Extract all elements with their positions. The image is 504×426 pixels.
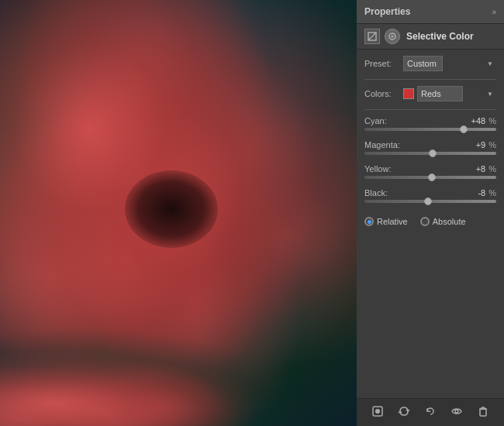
cyan-unit: % [488, 116, 496, 125]
panel-header: Properties » [357, 0, 504, 24]
panel-title: Properties [364, 6, 410, 17]
properties-panel: Properties » Selective Color Preset: [357, 0, 504, 426]
preset-row: Preset: Custom Defaults [364, 56, 496, 71]
black-slider-header: Black: -8 % [364, 188, 496, 198]
svg-point-3 [392, 36, 394, 38]
cyan-slider-thumb[interactable] [460, 125, 468, 133]
divider-1 [364, 79, 496, 80]
trash-icon[interactable] [474, 404, 492, 421]
flower-background [0, 0, 357, 426]
yellow-slider-header: Yellow: +8 % [364, 164, 496, 173]
cyan-value-group: +48 % [464, 116, 496, 125]
magenta-value: +9 [464, 140, 485, 149]
black-slider-track[interactable] [364, 200, 496, 203]
layer-row: Selective Color [357, 24, 504, 50]
yellow-label: Yellow: [364, 164, 391, 173]
relative-radio-inner [368, 220, 371, 224]
preset-select-wrapper: Custom Defaults [403, 56, 496, 71]
yellow-unit: % [488, 164, 496, 173]
panel-footer [357, 398, 504, 426]
color-swatch [403, 88, 414, 99]
absolute-radio-label: Absolute [433, 217, 466, 226]
yellow-slider-thumb[interactable] [428, 173, 436, 181]
magenta-slider-track[interactable] [364, 152, 496, 155]
divider-2 [364, 109, 496, 110]
colors-row: Colors: Reds Yellows Greens Cyans Blues … [364, 86, 496, 101]
preset-label: Preset: [364, 59, 403, 68]
black-unit: % [488, 188, 496, 198]
cyan-label: Cyan: [364, 116, 387, 125]
panel-body: Preset: Custom Defaults Colors: Reds Yel… [357, 50, 504, 398]
yellow-value-group: +8 % [464, 164, 496, 173]
cyan-slider-track[interactable] [364, 128, 496, 131]
relative-radio-label: Relative [377, 217, 408, 226]
preset-select[interactable]: Custom Defaults [403, 56, 443, 71]
svg-point-6 [455, 410, 458, 413]
absolute-radio-outer [420, 217, 430, 226]
black-slider-row: Black: -8 % [364, 188, 496, 203]
black-slider-thumb[interactable] [424, 198, 432, 205]
magenta-slider-row: Magenta: +9 % [364, 140, 496, 155]
image-canvas [0, 0, 357, 426]
svg-line-1 [368, 33, 376, 40]
cycle-icon[interactable] [395, 404, 413, 421]
colors-select[interactable]: Reds Yellows Greens Cyans Blues Magentas… [417, 86, 463, 101]
yellow-value: +8 [464, 164, 485, 173]
relative-radio[interactable]: Relative [364, 217, 408, 226]
magenta-label: Magenta: [364, 140, 400, 149]
magenta-slider-header: Magenta: +9 % [364, 140, 496, 149]
cyan-slider-row: Cyan: +48 % [364, 116, 496, 131]
reset-icon[interactable] [421, 404, 440, 421]
yellow-slider-track[interactable] [364, 176, 496, 179]
black-value: -8 [464, 188, 485, 198]
visibility-toggle-icon[interactable] [385, 29, 400, 44]
dark-center-cluster [125, 170, 218, 248]
expand-icon[interactable]: » [492, 8, 496, 16]
black-label: Black: [364, 188, 388, 198]
layer-type-icon [364, 29, 380, 44]
absolute-radio[interactable]: Absolute [420, 217, 466, 226]
magenta-unit: % [488, 140, 496, 149]
colors-select-wrapper: Reds Yellows Greens Cyans Blues Magentas… [417, 86, 496, 101]
radio-row: Relative Absolute [364, 212, 496, 231]
black-value-group: -8 % [464, 188, 496, 198]
yellow-slider-row: Yellow: +8 % [364, 164, 496, 179]
magenta-value-group: +9 % [464, 140, 496, 149]
eye-icon[interactable] [447, 404, 466, 421]
cyan-slider-header: Cyan: +48 % [364, 116, 496, 125]
magenta-slider-thumb[interactable] [429, 149, 437, 157]
mask-icon[interactable] [368, 404, 387, 421]
bottom-flowers [0, 310, 357, 426]
layer-title: Selective Color [406, 31, 474, 42]
layer-icons [364, 29, 400, 44]
relative-radio-outer [364, 217, 374, 226]
svg-rect-7 [480, 409, 486, 416]
colors-label: Colors: [364, 89, 403, 98]
svg-point-5 [375, 409, 380, 414]
cyan-value: +48 [464, 116, 485, 125]
